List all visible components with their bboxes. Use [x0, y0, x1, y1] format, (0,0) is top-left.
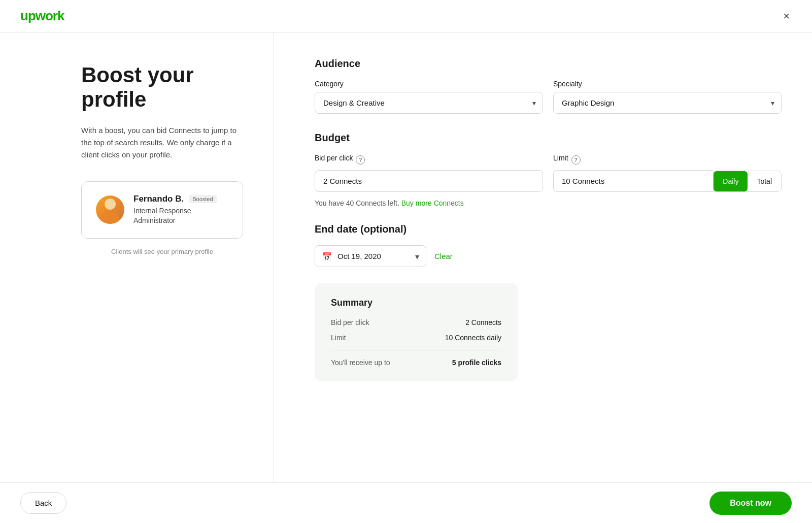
avatar — [96, 195, 124, 224]
bid-input[interactable] — [315, 170, 543, 192]
right-panel: Audience Category Design & Creative ▾ Sp… — [274, 32, 812, 482]
budget-section: Budget Bid per click ? Limit ? — [315, 132, 782, 207]
summary-receive-value: 5 profile clicks — [452, 358, 501, 367]
footer: Back Boost now — [0, 482, 812, 523]
summary-bid-label: Bid per click — [331, 318, 369, 326]
audience-fields: Category Design & Creative ▾ Specialty G… — [315, 80, 782, 114]
summary-receive-label: You'll receive up to — [331, 358, 390, 367]
category-select-wrapper: Design & Creative ▾ — [315, 92, 543, 114]
limit-input[interactable] — [553, 170, 713, 192]
boost-now-button[interactable]: Boost now — [709, 492, 792, 515]
profile-name: Fernando B. — [133, 194, 184, 204]
limit-label-row: Limit ? — [553, 154, 782, 166]
limit-toggle-group: Daily Total — [713, 171, 782, 192]
audience-title: Audience — [315, 58, 782, 70]
specialty-label: Specialty — [553, 80, 782, 88]
profile-name-row: Fernando B. Boosted — [133, 194, 228, 204]
audience-section: Audience Category Design & Creative ▾ Sp… — [315, 58, 782, 114]
bid-help-icon[interactable]: ? — [356, 155, 365, 165]
limit-label: Limit — [553, 154, 568, 162]
summary-divider — [331, 350, 501, 350]
category-field: Category Design & Creative ▾ — [315, 80, 543, 114]
specialty-field: Specialty Graphic Design ▾ — [553, 80, 782, 114]
profile-info: Fernando B. Boosted Internal Response Ad… — [133, 194, 228, 226]
clear-button[interactable]: Clear — [434, 250, 453, 263]
summary-section: Summary Bid per click 2 Connects Limit 1… — [315, 283, 518, 381]
limit-input-row: Daily Total — [553, 170, 782, 192]
page-title: Boost your profile — [81, 63, 243, 112]
budget-row: Bid per click ? Limit ? Daily Total — [315, 154, 782, 192]
connects-info: You have 40 Connects left. Buy more Conn… — [315, 199, 782, 207]
main-content: Boost your profile With a boost, you can… — [0, 32, 812, 482]
budget-title: Budget — [315, 132, 782, 144]
profile-job-title: Internal Response Administrator — [133, 206, 228, 226]
profile-hint: Clients will see your primary profile — [81, 248, 243, 255]
enddate-section: End date (optional) 📅 Oct 19, 2020 ▾ Cle… — [315, 223, 782, 267]
profile-card: Fernando B. Boosted Internal Response Ad… — [81, 181, 243, 239]
total-toggle-button[interactable]: Total — [748, 171, 781, 191]
daily-toggle-button[interactable]: Daily — [714, 171, 748, 191]
summary-limit-row: Limit 10 Connects daily — [331, 334, 501, 342]
summary-limit-label: Limit — [331, 334, 346, 342]
date-select[interactable]: Oct 19, 2020 — [315, 245, 426, 267]
specialty-select[interactable]: Graphic Design — [553, 92, 782, 114]
summary-bid-value: 2 Connects — [465, 318, 501, 326]
summary-title: Summary — [331, 298, 501, 308]
category-select[interactable]: Design & Creative — [315, 92, 543, 114]
category-label: Category — [315, 80, 543, 88]
limit-group: Limit ? Daily Total — [553, 154, 782, 192]
specialty-select-wrapper: Graphic Design ▾ — [553, 92, 782, 114]
bid-group: Bid per click ? — [315, 154, 543, 192]
back-button[interactable]: Back — [20, 492, 66, 514]
buy-connects-link[interactable]: Buy more Connects — [401, 199, 464, 207]
bid-label-row: Bid per click ? — [315, 154, 543, 166]
page-description: With a boost, you can bid Connects to ju… — [81, 124, 243, 161]
summary-bid-row: Bid per click 2 Connects — [331, 318, 501, 326]
summary-limit-value: 10 Connects daily — [445, 334, 501, 342]
upwork-logo: upwork — [20, 8, 64, 24]
boosted-badge: Boosted — [189, 195, 216, 203]
header: upwork × — [0, 0, 812, 32]
limit-help-icon[interactable]: ? — [571, 155, 581, 165]
date-row: 📅 Oct 19, 2020 ▾ Clear — [315, 245, 782, 267]
left-panel: Boost your profile With a boost, you can… — [0, 32, 274, 482]
enddate-title: End date (optional) — [315, 223, 782, 235]
close-button[interactable]: × — [781, 9, 792, 24]
date-select-wrapper: 📅 Oct 19, 2020 ▾ — [315, 245, 426, 267]
summary-total-row: You'll receive up to 5 profile clicks — [331, 358, 501, 367]
bid-label: Bid per click — [315, 154, 353, 162]
